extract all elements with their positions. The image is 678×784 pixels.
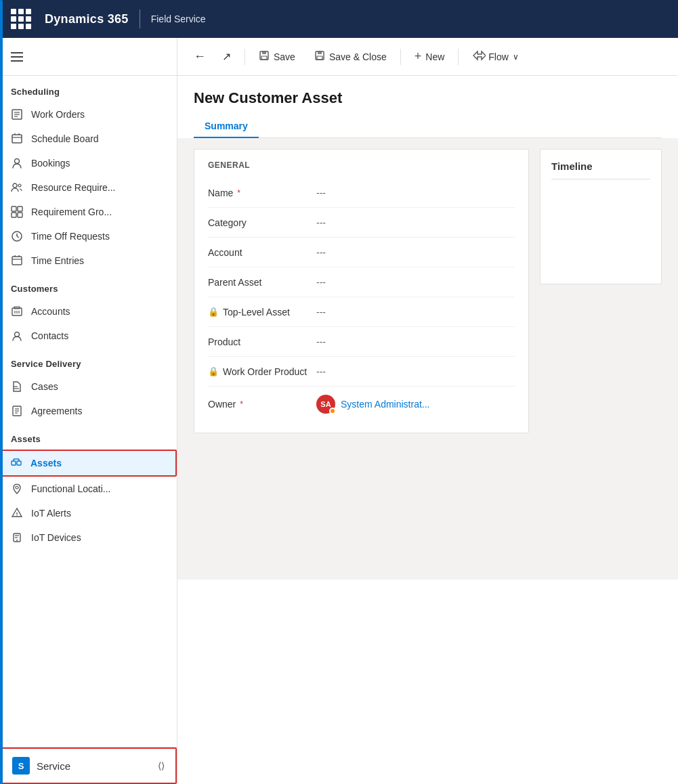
service-nav-item[interactable]: S Service ⟨⟩ xyxy=(0,747,177,784)
sidebar-item-time-entries[interactable]: Time Entries xyxy=(0,248,177,273)
svg-point-41 xyxy=(16,515,18,517)
field-label-parent-asset: Parent Asset xyxy=(208,277,316,288)
sidebar-item-iot-alerts[interactable]: IoT Alerts xyxy=(0,501,177,525)
svg-rect-47 xyxy=(262,51,266,54)
owner-initials: SA xyxy=(320,400,331,408)
flow-icon xyxy=(472,50,486,64)
save-close-button[interactable]: Save & Close xyxy=(306,46,395,68)
sidebar-item-requirement-gro[interactable]: Requirement Gro... xyxy=(0,200,177,224)
field-value-product[interactable]: --- xyxy=(316,336,515,347)
flow-button[interactable]: Flow ∨ xyxy=(464,46,527,68)
svg-rect-34 xyxy=(12,461,16,465)
new-plus-icon: + xyxy=(415,49,422,64)
svg-rect-51 xyxy=(317,56,322,60)
page-footer-space xyxy=(177,444,678,580)
owner-status-dot xyxy=(329,408,336,414)
form-general-section: GENERAL Name * --- xyxy=(194,149,529,433)
sidebar-item-functional-locati[interactable]: Functional Locati... xyxy=(0,477,177,501)
sidebar-item-contacts[interactable]: Contacts xyxy=(0,324,177,348)
contacts-label: Contacts xyxy=(31,330,68,341)
parent-asset-label-text: Parent Asset xyxy=(208,277,261,288)
svg-rect-11 xyxy=(12,206,16,211)
assets-label: Assets xyxy=(30,458,62,469)
resource-require-icon xyxy=(11,181,23,194)
main-layout: Scheduling Work Orders Schedule Board Bo… xyxy=(0,38,678,784)
service-chevron-icon: ⟨⟩ xyxy=(158,760,165,771)
sidebar-item-assets[interactable]: Assets xyxy=(0,450,177,477)
open-in-new-button[interactable]: ↗ xyxy=(214,46,239,67)
account-label-text: Account xyxy=(208,247,242,258)
schedule-board-label: Schedule Board xyxy=(31,133,99,144)
toolbar-divider-3 xyxy=(458,49,459,65)
sidebar-item-time-off-requests[interactable]: Time Off Requests xyxy=(0,224,177,248)
work-order-product-lock-icon: 🔒 xyxy=(208,366,219,376)
requirement-gro-icon xyxy=(11,206,23,218)
save-button[interactable]: Save xyxy=(251,46,303,68)
field-value-account[interactable]: --- xyxy=(316,247,515,258)
iot-alerts-label: IoT Alerts xyxy=(31,508,71,519)
tab-summary[interactable]: Summary xyxy=(194,115,259,138)
page-tabs: Summary xyxy=(194,115,662,138)
top-bar: Dynamics 365 Field Service xyxy=(0,0,678,38)
work-order-product-label-text: Work Order Product xyxy=(223,366,307,377)
owner-avatar: SA xyxy=(316,395,335,414)
field-value-top-level-asset: --- xyxy=(316,307,515,318)
svg-point-9 xyxy=(13,183,17,188)
svg-rect-18 xyxy=(12,257,22,265)
time-off-requests-label: Time Off Requests xyxy=(31,231,110,242)
open-new-icon: ↗ xyxy=(222,50,231,63)
cases-icon xyxy=(11,380,23,393)
app-launcher-icon[interactable] xyxy=(11,9,31,29)
hamburger-menu-icon[interactable] xyxy=(11,52,23,62)
work-orders-icon xyxy=(11,108,23,121)
top-level-asset-label-text: Top-Level Asset xyxy=(223,307,290,318)
product-label-text: Product xyxy=(208,336,240,347)
toolbar-divider-1 xyxy=(245,49,245,65)
svg-rect-13 xyxy=(12,213,16,217)
sidebar-item-accounts[interactable]: Accounts xyxy=(0,299,177,324)
sidebar-item-schedule-board[interactable]: Schedule Board xyxy=(0,127,177,151)
back-button[interactable]: ← xyxy=(188,47,211,66)
svg-rect-14 xyxy=(18,213,22,217)
agreements-icon xyxy=(11,405,23,417)
sidebar-item-bookings[interactable]: Bookings xyxy=(0,151,177,175)
iot-devices-label: IoT Devices xyxy=(31,532,81,543)
sidebar-item-agreements[interactable]: Agreements xyxy=(0,399,177,423)
time-off-requests-icon xyxy=(11,230,23,242)
timeline-title: Timeline xyxy=(551,160,650,179)
name-required-star: * xyxy=(237,188,240,198)
service-icon: S xyxy=(12,757,30,775)
save-close-label: Save & Close xyxy=(329,51,387,62)
sidebar-item-iot-devices[interactable]: IoT Devices xyxy=(0,525,177,550)
new-button[interactable]: + New xyxy=(406,45,453,68)
field-value-owner[interactable]: SA System Administrat... xyxy=(316,395,515,414)
form-row-parent-asset: Parent Asset --- xyxy=(208,267,515,297)
svg-rect-50 xyxy=(318,51,322,54)
svg-rect-35 xyxy=(17,461,21,465)
field-value-name[interactable]: --- xyxy=(316,188,515,198)
back-arrow-icon: ← xyxy=(194,49,206,64)
page-title-bar: New Customer Asset Summary xyxy=(177,76,678,138)
svg-rect-48 xyxy=(261,56,267,60)
app-title: Dynamics 365 xyxy=(45,12,129,26)
title-divider xyxy=(140,9,140,28)
section-service-delivery-label: Service Delivery xyxy=(0,348,177,374)
requirement-gro-label: Requirement Gro... xyxy=(31,206,112,217)
assets-icon xyxy=(10,457,22,469)
category-label-text: Category xyxy=(208,217,247,228)
save-close-icon xyxy=(314,50,325,64)
section-customers-label: Customers xyxy=(0,273,177,299)
svg-point-43 xyxy=(16,540,18,541)
field-value-parent-asset[interactable]: --- xyxy=(316,277,515,288)
flow-dropdown-icon[interactable]: ∨ xyxy=(513,52,519,62)
sidebar-item-cases[interactable]: Cases xyxy=(0,374,177,399)
functional-locati-label: Functional Locati... xyxy=(31,483,111,494)
sidebar-item-work-orders[interactable]: Work Orders xyxy=(0,102,177,127)
save-label: Save xyxy=(274,51,295,62)
sidebar-item-resource-require[interactable]: Resource Require... xyxy=(0,175,177,200)
iot-devices-icon xyxy=(11,531,23,544)
timeline-panel: Timeline xyxy=(540,149,662,284)
bookings-label: Bookings xyxy=(31,158,70,169)
section-scheduling-label: Scheduling xyxy=(0,76,177,102)
field-value-category[interactable]: --- xyxy=(316,217,515,228)
